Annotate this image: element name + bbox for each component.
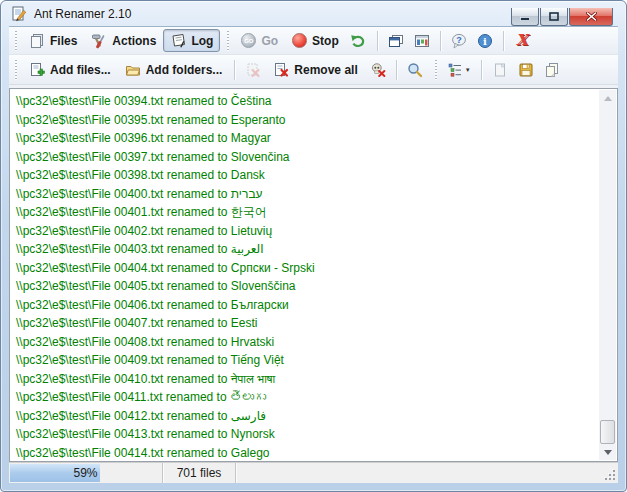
remove-all-button[interactable]: Remove all — [266, 58, 364, 81]
file-count-label: 701 files — [177, 466, 222, 480]
separator — [481, 60, 482, 80]
undo-icon — [350, 33, 367, 49]
columns-icon — [414, 33, 430, 49]
remove-dead-icon — [370, 62, 386, 78]
help-icon: ? — [451, 33, 467, 49]
maximize-button[interactable] — [540, 8, 568, 26]
stop-icon — [292, 33, 307, 48]
exit-button[interactable]: X — [509, 29, 535, 52]
toolbar-gripper[interactable] — [14, 31, 18, 51]
log-line: \\pc32\e$\test\File 00395.txt renamed to… — [16, 111, 599, 130]
toolbar-gripper[interactable] — [434, 60, 438, 80]
log-lines: \\pc32\e$\test\File 00394.txt renamed to… — [10, 89, 599, 461]
maximize-icon — [549, 12, 559, 21]
add-folders-button[interactable]: Add folders... — [118, 58, 230, 81]
log-options-button[interactable]: ▼ — [442, 58, 476, 81]
log-line: \\pc32\e$\test\File 00400.txt renamed to… — [16, 185, 599, 204]
status-bar: 59% 701 files — [9, 462, 618, 483]
toolbar-gripper[interactable] — [14, 60, 18, 80]
minimize-button[interactable] — [511, 8, 539, 26]
log-line: \\pc32\e$\test\File 00404.txt renamed to… — [16, 259, 599, 278]
new-window-icon — [388, 33, 404, 49]
log-line: \\pc32\e$\test\File 00403.txt renamed to… — [16, 240, 599, 259]
close-button[interactable] — [569, 8, 613, 26]
status-spacer-panel — [236, 463, 618, 483]
scrollbar-track[interactable] — [599, 106, 616, 444]
scroll-up-icon — [604, 96, 612, 101]
close-icon — [586, 12, 597, 21]
actions-icon — [91, 33, 107, 49]
log-line: \\pc32\e$\test\File 00408.txt renamed to… — [16, 333, 599, 352]
log-line: \\pc32\e$\test\File 00397.txt renamed to… — [16, 148, 599, 167]
files-toolbar: Add files... Add folders... — [9, 55, 618, 85]
log-line: \\pc32\e$\test\File 00396.txt renamed to… — [16, 129, 599, 148]
remove-dead-button[interactable] — [365, 58, 391, 81]
go-button-label: Go — [261, 34, 278, 48]
help-button[interactable]: ? — [446, 29, 472, 52]
log-line: \\pc32\e$\test\File 00409.txt renamed to… — [16, 351, 599, 370]
add-files-label: Add files... — [50, 63, 111, 77]
log-line: \\pc32\e$\test\File 00411.txt renamed to… — [16, 388, 599, 407]
app-window: Ant Renamer 2.10 — [0, 0, 627, 492]
scrollbar-thumb[interactable] — [600, 420, 615, 444]
about-icon: i — [477, 33, 493, 49]
minimize-icon — [520, 12, 530, 21]
add-folders-label: Add folders... — [146, 63, 223, 77]
tab-actions[interactable]: Actions — [84, 29, 163, 52]
separator — [377, 31, 378, 51]
log-line: \\pc32\e$\test\File 00405.txt renamed to… — [16, 277, 599, 296]
columns-options-button[interactable] — [409, 29, 435, 52]
file-count-panel: 701 files — [163, 463, 236, 483]
preview-icon — [407, 62, 423, 78]
add-files-button[interactable]: Add files... — [22, 58, 118, 81]
save-log-button[interactable] — [513, 58, 539, 81]
copy-log-icon — [544, 62, 560, 78]
progress-panel: 59% — [9, 463, 163, 483]
remove-all-icon — [273, 62, 289, 78]
tab-files-label: Files — [50, 34, 77, 48]
dropdown-arrow-icon: ▼ — [465, 67, 471, 73]
copy-log-button[interactable] — [539, 58, 565, 81]
clear-log-icon — [492, 62, 508, 78]
log-line: \\pc32\e$\test\File 00406.txt renamed to… — [16, 296, 599, 315]
log-line: \\pc32\e$\test\File 00402.txt renamed to… — [16, 222, 599, 241]
progress-label: 59% — [9, 463, 162, 483]
preview-button[interactable] — [402, 58, 428, 81]
main-toolbar: Files Actions Log — [9, 27, 618, 55]
resize-grip-icon[interactable] — [603, 468, 617, 482]
separator — [234, 60, 235, 80]
tab-actions-label: Actions — [112, 34, 156, 48]
help-glyph: ? — [456, 35, 462, 45]
separator — [440, 31, 441, 51]
add-files-icon — [29, 62, 45, 78]
undo-button[interactable] — [346, 29, 372, 52]
scroll-down-button[interactable] — [599, 444, 616, 460]
scroll-up-button[interactable] — [599, 90, 616, 106]
log-line: \\pc32\e$\test\File 00413.txt renamed to… — [16, 425, 599, 444]
add-folders-icon — [125, 62, 141, 78]
log-line: \\pc32\e$\test\File 00394.txt renamed to… — [16, 92, 599, 111]
tab-log-label: Log — [191, 34, 213, 48]
log-line: \\pc32\e$\test\File 00412.txt renamed to… — [16, 407, 599, 426]
save-log-icon — [518, 62, 534, 78]
new-window-button[interactable] — [383, 29, 409, 52]
stop-button[interactable]: Stop — [285, 29, 346, 52]
log-line: \\pc32\e$\test\File 00398.txt renamed to… — [16, 166, 599, 185]
tab-files[interactable]: Files — [22, 29, 84, 52]
vertical-scrollbar[interactable] — [599, 90, 616, 460]
files-icon — [29, 33, 45, 49]
client-area: Files Actions Log — [9, 26, 618, 483]
clear-log-button[interactable] — [487, 58, 513, 81]
info-glyph: i — [483, 35, 487, 46]
about-button[interactable]: i — [472, 29, 498, 52]
scroll-down-icon — [604, 450, 612, 455]
log-line: \\pc32\e$\test\File 00407.txt renamed to… — [16, 314, 599, 333]
titlebar[interactable]: Ant Renamer 2.10 — [1, 1, 626, 26]
go-button[interactable]: GO Go — [234, 29, 285, 52]
go-icon: GO — [241, 33, 256, 48]
tab-log[interactable]: Log — [163, 29, 220, 52]
toolbar-gripper[interactable] — [226, 31, 230, 51]
remove-button[interactable] — [240, 58, 266, 81]
remove-icon — [245, 62, 261, 78]
separator — [503, 31, 504, 51]
